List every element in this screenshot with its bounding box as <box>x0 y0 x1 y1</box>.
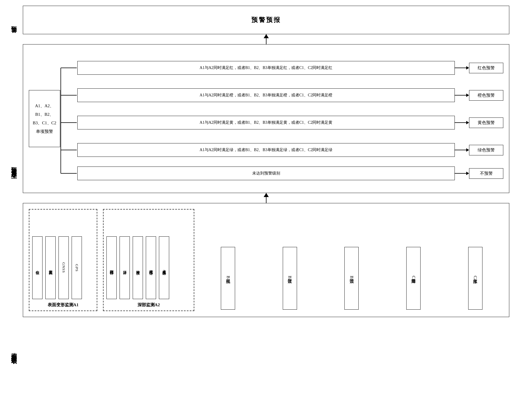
standalone-text-b3: 强震B3 <box>349 276 354 281</box>
condition-box-last: 未达到预警级别 <box>77 167 455 180</box>
arrow-up-2 <box>23 193 509 203</box>
condition-row-0: A1与A2同时满足红，或者B1、B2、B3单独满足红，或者C1、C2同时满足红 … <box>77 55 503 80</box>
group-a2-label: 深部监测A2 <box>138 302 160 308</box>
condition-row-3: A1与A2同时满足绿，或者B1、B2、B3单独满足绿，或者C1、C2同时满足绿 … <box>77 137 503 163</box>
instrument-text-3: GPS <box>74 264 79 272</box>
standalone-text-b2: 微震B2 <box>287 276 292 281</box>
instrument-zhenlie: 阵列式位移计 <box>106 236 117 299</box>
result-box-1: 橙色预警 <box>469 90 503 101</box>
label-yujing: 预警 <box>6 6 23 40</box>
section-middle: A1、A2、B1、B2、B3、C1、C2单项预警 A1与A2同时满足红，或者B1… <box>23 44 509 193</box>
standalone-text-c1: 降雨量C1 <box>411 276 416 281</box>
standalone-box-b1: 视频B1 <box>221 247 235 310</box>
main-content: 预警预报 A1、A2、B1、B2、B3、C1、C2单项预警 <box>23 6 509 414</box>
instrument-text-1: 测量机器人 <box>48 267 53 269</box>
standalone-group: 视频B1 微震B2 强震B3 降雨量C1 <box>200 209 503 311</box>
arrow-right-3 <box>455 148 469 152</box>
result-text-2: 黄色预警 <box>478 120 495 125</box>
condition-row-2: A1与A2同时满足黄，或者B1、B2、B3单独满足黄，或者C1、C2同时满足黄 … <box>77 110 503 135</box>
result-text-0: 红色预警 <box>478 65 495 71</box>
condition-box-2: A1与A2同时满足黄，或者B1、B2、B3单独满足黄，或者C1、C2同时满足黄 <box>77 116 455 129</box>
condition-text-1: A1与A2同时满足橙，或者B1、B2、B3单独满足橙，或者C1、C2同时满足橙 <box>200 92 333 99</box>
result-box-2: 黄色预警 <box>469 117 503 128</box>
instrument-shenyaji: 渗压计 <box>120 236 130 299</box>
yujing-baobao-title: 预警预报 <box>251 16 281 24</box>
arrow-right-0 <box>455 66 469 70</box>
instrument-text-0: 全站仪 <box>35 267 40 268</box>
page-container: 预警 预警体系建立 监测指标选取 预警预报 A1、A2、B1、B2、B3、C1、… <box>0 0 515 420</box>
group-a1: 全站仪 测量机器人 GNSS GPS 表面变形监测A1 <box>29 209 97 311</box>
standalone-box-b3: 强震B3 <box>344 247 359 310</box>
conditions-column: A1与A2同时满足红，或者B1、B2、B3单独满足红，或者C1、C2同时满足红 … <box>77 55 503 182</box>
condition-box-0: A1与A2同时满足红，或者B1、B2、B3单独满足红，或者C1、C2同时满足红 <box>77 61 455 74</box>
condition-row-1: A1与A2同时满足橙，或者B1、B2、B3单独满足橙，或者C1、C2同时满足橙 … <box>77 83 503 108</box>
standalone-box-c2: 库水位C2 <box>468 247 482 310</box>
label-jiance: 监测指标选取 <box>6 289 23 414</box>
arrow-up-1 <box>23 34 509 44</box>
branch-svg <box>60 50 77 187</box>
arrow-right-last <box>455 172 469 175</box>
group-a1-label: 表面变形监测A1 <box>48 302 78 308</box>
left-warning-box: A1、A2、B1、B2、B3、C1、C2单项预警 <box>29 90 60 147</box>
standalone-b1: 视频B1 <box>221 247 235 310</box>
standalone-box-b2: 微震B2 <box>283 247 297 310</box>
instrument-liudian: 六点式多点支位计 <box>159 236 169 299</box>
result-box-3: 绿色预警 <box>469 145 503 155</box>
arrow-right-1 <box>455 94 469 97</box>
instrument-ganzhuang: 杆式水平位移计 <box>146 236 156 299</box>
left-box-wrapper: A1、A2、B1、B2、B3、C1、C2单项预警 <box>29 90 60 147</box>
result-box-last: 不预警 <box>469 168 503 179</box>
condition-row-last: 未达到预警级别 不预警 <box>77 165 503 182</box>
instrument-text-2: GNSS <box>61 262 66 273</box>
standalone-text-b1: 视频B1 <box>225 276 231 281</box>
condition-box-3: A1与A2同时满足绿，或者B1、B2、B3单独满足绿，或者C1、C2同时满足绿 <box>77 143 455 157</box>
instrument-text-a2-1: 渗压计 <box>122 267 127 268</box>
standalone-b3: 强震B3 <box>344 247 359 310</box>
condition-box-1: A1与A2同时满足橙，或者B1、B2、B3单独满足橙，或者C1、C2同时满足橙 <box>77 88 455 102</box>
condition-text-0: A1与A2同时满足红，或者B1、B2、B3单独满足红，或者C1、C2同时满足红 <box>200 64 333 71</box>
instrument-gnss: GNSS <box>58 236 69 299</box>
instrument-jiqiren: 测量机器人 <box>45 236 56 299</box>
section-bottom: 全站仪 测量机器人 GNSS GPS 表面变形监测A1 阵列式位移计 <box>23 203 509 317</box>
instrument-gps: GPS <box>72 236 82 299</box>
standalone-box-c1: 降雨量C1 <box>406 247 421 310</box>
result-box-0: 红色预警 <box>469 63 503 73</box>
result-text-last: 不预警 <box>480 171 493 176</box>
instrument-text-a2-0: 阵列式位移计 <box>109 267 114 269</box>
condition-text-3: A1与A2同时满足绿，或者B1、B2、B3单独满足绿，或者C1、C2同时满足绿 <box>200 146 333 153</box>
standalone-text-c2: 库水位C2 <box>472 276 478 281</box>
middle-layout: A1、A2、B1、B2、B3、C1、C2单项预警 A1与A2同时满足红，或者B1… <box>29 50 503 187</box>
condition-text-2: A1与A2同时满足黄，或者B1、B2、B3单独满足黄，或者C1、C2同时满足黄 <box>200 119 333 126</box>
instrument-shuizhuny: 钟力水准仪 <box>133 236 143 299</box>
left-labels: 预警 预警体系建立 监测指标选取 <box>6 6 23 414</box>
section-yujing-baobao: 预警预报 <box>23 6 509 34</box>
branch-lines <box>60 50 77 187</box>
standalone-c2: 库水位C2 <box>468 247 482 310</box>
left-box-text: A1、A2、B1、B2、B3、C1、C2单项预警 <box>31 102 58 136</box>
instrument-text-a2-2: 钟力水准仪 <box>135 267 140 269</box>
condition-text-last: 未达到预警级别 <box>252 170 280 177</box>
instrument-text-a2-3: 杆式水平位移计 <box>148 267 154 269</box>
standalone-c1: 降雨量C1 <box>406 247 421 310</box>
group-a2: 阵列式位移计 渗压计 钟力水准仪 杆式水平位移计 六点式多点支位计 深部监测A2 <box>103 209 194 311</box>
label-tixijianli: 预警体系建立 <box>6 40 23 289</box>
standalone-b2: 微震B2 <box>283 247 297 310</box>
arrow-right-2 <box>455 121 469 124</box>
instrument-quanzhan: 全站仪 <box>32 236 43 299</box>
instrument-text-a2-4: 六点式多点支位计 <box>161 267 167 269</box>
result-text-3: 绿色预警 <box>478 147 495 153</box>
result-text-1: 橙色预警 <box>478 93 495 98</box>
